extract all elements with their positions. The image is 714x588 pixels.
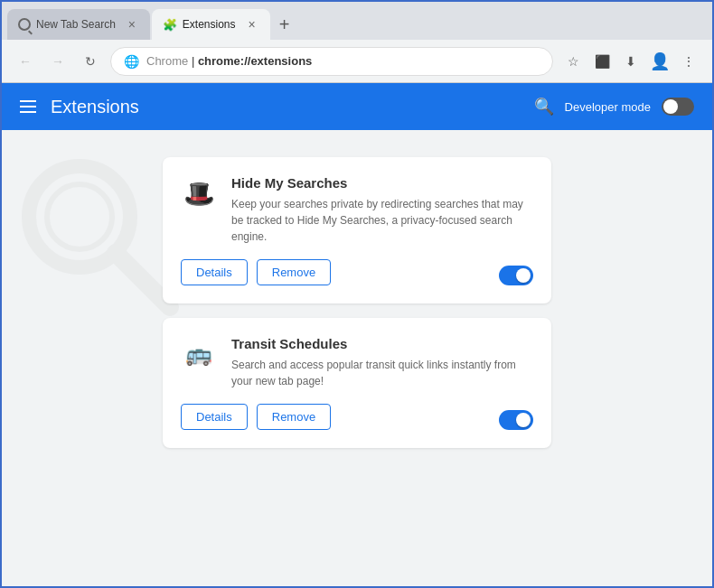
menu-button[interactable]: ⋮ [676,49,701,74]
address-text: Chrome | chrome://extensions [146,54,540,68]
address-bar: ← → ↻ 🌐 Chrome | chrome://extensions ☆ ⬛ [2,40,712,83]
ext-name-2: Transit Schedules [231,336,533,351]
extensions-icon: ⬛ [595,54,610,69]
puzzle-tab-icon: 🧩 [163,18,177,32]
toolbar-icons: ☆ ⬛ ⬇ 👤 ⋮ [560,49,701,74]
tab-label-1: New Tab Search [36,18,116,31]
refresh-button[interactable]: ↻ [78,49,103,74]
header-search-icon[interactable]: 🔍 [534,97,554,117]
ext-toggle-2[interactable] [499,410,533,430]
ext-description-2: Search and access popular transit quick … [231,357,533,389]
hamburger-line2 [20,106,36,107]
search-tab-icon [18,18,31,31]
page-title: Extensions [51,97,139,117]
svg-point-0 [29,166,130,267]
address-input[interactable]: 🌐 Chrome | chrome://extensions [110,47,553,76]
ext-description-1: Keep your searches private by redirectin… [231,196,533,245]
card-bottom-1: Details Remove [181,259,533,285]
tab-close-1[interactable]: × [125,17,139,32]
toggle-wrap-2[interactable] [499,410,533,430]
toggle-thumb [663,99,678,114]
bookmark-icon: ☆ [568,54,579,69]
ext-toggle-1[interactable] [499,266,533,285]
back-button[interactable]: ← [13,49,38,74]
details-button-1[interactable]: Details [181,259,248,285]
extension-card-1: 🎩 Hide My Searches Keep your searches pr… [163,157,551,303]
new-tab-button[interactable]: + [272,12,297,37]
svg-line-1 [116,253,170,307]
globe-icon: 🌐 [124,54,139,69]
extensions-list: 🎩 Hide My Searches Keep your searches pr… [163,157,551,448]
download-button[interactable]: ⬇ [618,49,644,74]
remove-button-1[interactable]: Remove [257,259,331,285]
card-top-2: 🚌 Transit Schedules Search and access po… [181,336,533,389]
tab-close-2[interactable]: × [245,17,259,32]
menu-icon: ⋮ [682,54,695,69]
profile-button[interactable]: 👤 [647,49,672,74]
refresh-icon: ↻ [85,54,96,69]
developer-mode-label: Developer mode [565,100,651,114]
extension-card-2: 🚌 Transit Schedules Search and access po… [163,318,551,448]
forward-icon: → [52,54,64,69]
back-icon: ← [19,54,32,69]
tab-bar: New Tab Search × 🧩 Extensions × + [2,2,712,40]
extensions-toolbar-button[interactable]: ⬛ [589,49,615,74]
toggle-wrap-1[interactable] [499,266,533,285]
hamburger-line1 [20,100,36,102]
toggle-thumb-1 [516,268,531,283]
details-button-2[interactable]: Details [181,404,248,430]
header-left: Extensions [20,97,139,117]
tab-label-2: Extensions [183,18,236,31]
tab-new-tab-search[interactable]: New Tab Search × [7,9,150,40]
developer-mode-toggle[interactable] [662,98,694,116]
main-content: rish_om 🎩 Hide My Searches Keep your sea… [2,130,712,586]
header-right: 🔍 Developer mode [534,97,694,117]
toggle-thumb-2 [516,413,531,427]
ext-info-2: Transit Schedules Search and access popu… [231,336,533,389]
extension-icon-2: 🚌 [181,336,217,372]
download-icon: ⬇ [625,54,636,69]
bookmark-button[interactable]: ☆ [560,49,586,74]
tab-extensions[interactable]: 🧩 Extensions × [152,9,270,40]
card-top-1: 🎩 Hide My Searches Keep your searches pr… [181,175,533,245]
card-bottom-2: Details Remove [181,404,533,430]
profile-icon: 👤 [650,51,670,71]
browser-window: New Tab Search × 🧩 Extensions × + ← → ↻ … [0,0,714,588]
remove-button-2[interactable]: Remove [257,404,331,430]
hamburger-menu[interactable] [20,100,36,113]
hamburger-line3 [20,111,36,113]
forward-button[interactable]: → [45,49,70,74]
extension-icon-1: 🎩 [181,175,217,211]
extensions-header: Extensions 🔍 Developer mode [2,83,712,130]
ext-info-1: Hide My Searches Keep your searches priv… [231,175,533,245]
ext-name-1: Hide My Searches [231,175,533,191]
svg-point-2 [47,184,112,249]
